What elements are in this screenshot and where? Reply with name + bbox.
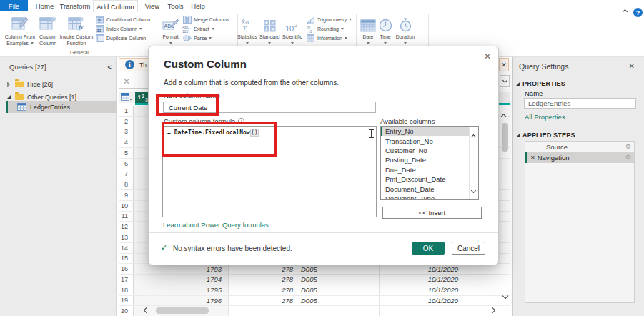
table-cell[interactable]: 1795	[134, 285, 229, 295]
notification-close-button[interactable]: ✕	[499, 58, 509, 71]
ribbon-tab-home[interactable]: Home	[32, 0, 57, 11]
ribbon-button-standard[interactable]: Standard	[259, 14, 279, 46]
ribbon-button-rounding[interactable]: .00→.0Rounding	[306, 24, 352, 34]
table-cell[interactable]: 278	[229, 296, 297, 306]
row-number[interactable]: 6	[119, 159, 134, 169]
help-icon[interactable]: ?	[633, 8, 643, 17]
formula-bar-expand-button[interactable]	[500, 75, 510, 87]
ribbon-tab-add-column[interactable]: Add Column	[93, 0, 138, 12]
row-number[interactable]: 18	[119, 285, 134, 295]
row-number[interactable]: 7	[119, 169, 134, 179]
horizontal-scrollbar-thumb[interactable]	[156, 307, 209, 314]
formula-cancel-icon[interactable]: ✕	[123, 76, 130, 87]
ribbon-button-invoke-custom-function[interactable]: fxInvoke CustomFunction	[59, 14, 94, 46]
ribbon-button-time[interactable]: Time	[377, 14, 393, 46]
vertical-scrollbar-thumb[interactable]	[502, 123, 508, 152]
row-number[interactable]: 12	[119, 222, 134, 232]
table-cell[interactable]: D005	[298, 285, 380, 295]
table-cell[interactable]: D005	[298, 275, 380, 285]
ribbon-button-duplicate-column[interactable]: Duplicate Column	[95, 34, 150, 43]
cancel-button[interactable]: Cancel	[452, 242, 485, 255]
ribbon-button-duration[interactable]: Duration	[394, 14, 417, 46]
scroll-right-icon[interactable]	[490, 307, 495, 313]
available-column-pmt_discount_date[interactable]: Pmt_Discount_Date	[381, 174, 470, 184]
scroll-left-icon[interactable]	[144, 307, 149, 313]
query-tree-item-ledgerentries[interactable]: LedgerEntries	[0, 101, 117, 113]
available-column-entry_no[interactable]: Entry_No	[381, 127, 470, 136]
grid-corner-cell[interactable]	[119, 92, 134, 103]
queries-pane-collapse-button[interactable]: <	[107, 63, 112, 71]
ribbon-button-merge-columns[interactable]: Merge Columns	[182, 15, 229, 24]
query-name-input[interactable]: LedgerEntries	[524, 98, 636, 109]
available-column-transaction_no[interactable]: Transaction_No	[381, 136, 470, 145]
scroll-up-icon[interactable]	[471, 134, 476, 139]
table-cell[interactable]: 1793	[134, 264, 229, 274]
row-number[interactable]: 16	[119, 264, 134, 274]
table-cell[interactable]: 278	[229, 264, 297, 274]
expander-open-icon[interactable]	[7, 95, 11, 99]
applied-step-source[interactable]: Source⚙	[525, 142, 634, 152]
ribbon-tab-view[interactable]: View	[141, 0, 164, 11]
gear-icon[interactable]: ⚙	[625, 143, 631, 150]
table-cell[interactable]: 10/1/2020	[380, 296, 462, 306]
scroll-up-icon[interactable]	[501, 114, 506, 119]
row-number[interactable]: 3	[119, 127, 134, 137]
expander-closed-icon[interactable]	[7, 82, 11, 87]
row-number[interactable]: 1	[119, 106, 134, 116]
table-cell[interactable]: 10/1/2020	[380, 285, 462, 295]
query-tree-item-hide-26-[interactable]: Hide [26]	[0, 78, 117, 90]
table-cell[interactable]: 278	[229, 285, 297, 295]
ribbon-button-extract[interactable]: ABC123Extract	[182, 24, 229, 34]
row-number[interactable]: 2	[119, 117, 134, 127]
properties-section-header[interactable]: PROPERTIES	[516, 80, 565, 87]
available-column-document_type[interactable]: Document_Type	[381, 194, 470, 200]
row-number[interactable]: 5	[119, 148, 134, 158]
learn-formulas-link[interactable]: Learn about Power Query formulas	[163, 221, 269, 229]
ribbon-button-conditional-column[interactable]: ?Conditional Column	[95, 15, 150, 24]
row-number[interactable]: 9	[119, 190, 134, 200]
available-columns-scrollbar[interactable]	[469, 127, 478, 199]
table-cell[interactable]: 1796	[134, 296, 229, 306]
available-column-customer_no[interactable]: Customer_No	[381, 146, 470, 155]
ribbon-button-column-from-examples[interactable]: Column FromExamples	[2, 14, 38, 46]
applied-steps-section-header[interactable]: APPLIED STEPS	[516, 132, 575, 139]
available-column-due_date[interactable]: Due_Date	[381, 165, 470, 174]
table-cell[interactable]: 278	[229, 275, 297, 285]
all-properties-link[interactable]: All Properties	[525, 113, 565, 121]
ribbon-tab-help[interactable]: Help	[187, 0, 209, 11]
scroll-down-icon[interactable]	[471, 188, 476, 193]
row-number[interactable]: 8	[119, 179, 134, 189]
available-column-document_date[interactable]: Document_Date	[381, 184, 470, 193]
row-number[interactable]: 4	[119, 137, 134, 147]
ribbon-button-format[interactable]: ABCFormat	[161, 14, 180, 46]
row-number[interactable]: 17	[119, 275, 134, 285]
table-cell[interactable]: D005	[298, 296, 380, 306]
ribbon-button-scientific[interactable]: 102Scientific	[282, 14, 302, 46]
ribbon-button-date[interactable]: Date	[359, 14, 377, 46]
query-settings-close-button[interactable]: ✕	[629, 62, 635, 70]
gear-icon[interactable]: ⚙	[625, 154, 631, 161]
table-cell[interactable]: 10/1/2020	[380, 264, 462, 274]
table-cell[interactable]: D005	[298, 264, 380, 274]
row-number[interactable]: 11	[119, 212, 134, 222]
ribbon-tab-transform[interactable]: Transform	[59, 0, 91, 11]
ribbon-button-trigonometry[interactable]: Trigonometry	[306, 15, 352, 24]
ok-button[interactable]: OK	[412, 242, 445, 255]
row-number[interactable]: 10	[119, 201, 134, 211]
table-cell[interactable]: 10/1/2020	[380, 275, 462, 285]
row-number[interactable]: 20	[119, 306, 134, 316]
delete-step-icon[interactable]: ✕	[530, 154, 535, 161]
ribbon-button-parse[interactable]: Parse	[182, 34, 229, 43]
vertical-scrollbar[interactable]	[501, 113, 510, 300]
table-cell[interactable]: 1794	[134, 275, 229, 285]
ribbon-button-index-column[interactable]: 12Index Column	[95, 24, 150, 34]
available-column-posting_date[interactable]: Posting_Date	[381, 155, 470, 164]
row-number[interactable]: 15	[119, 254, 134, 264]
ribbon-button-information[interactable]: Information	[306, 34, 352, 43]
ribbon-button-custom-column[interactable]: CustomColumn	[38, 14, 58, 46]
horizontal-scrollbar[interactable]	[143, 306, 496, 315]
ribbon-tab-tools[interactable]: Tools	[164, 0, 187, 11]
row-number[interactable]: 14	[119, 243, 134, 253]
insert-button[interactable]: << Insert	[382, 207, 482, 219]
ribbon-tab-file[interactable]: File	[0, 0, 28, 11]
